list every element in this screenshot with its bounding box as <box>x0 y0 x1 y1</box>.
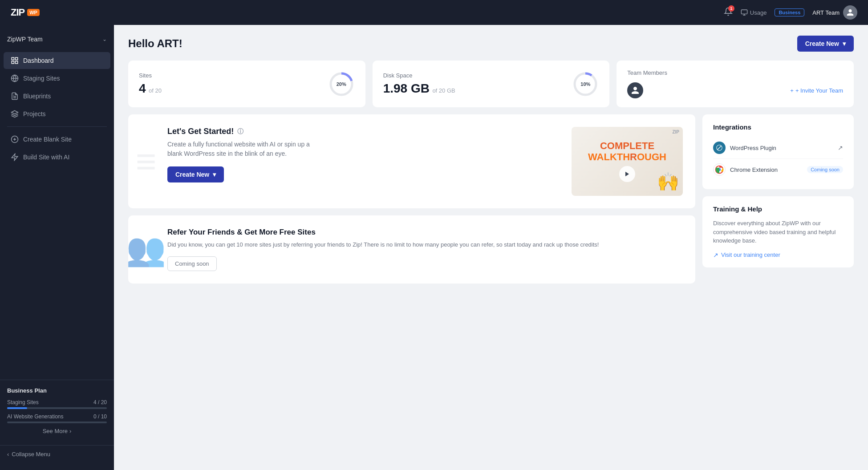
create-new-started-button[interactable]: Create New ▾ <box>167 166 224 182</box>
staging-sites-value: 4 / 20 <box>93 399 107 405</box>
refer-coming-soon-button: Coming soon <box>167 256 217 271</box>
sites-of: of 20 <box>149 87 162 94</box>
refer-decorative-icon: 👥 <box>128 231 166 268</box>
svg-rect-5 <box>16 61 18 64</box>
chevron-down-small-icon: ▾ <box>213 171 216 178</box>
svg-rect-3 <box>12 57 14 60</box>
diskspace-label: Disk Space <box>383 72 455 79</box>
video-inner: COMPLETE WALKTHROUGH <box>588 141 666 182</box>
chevron-down-icon: ▾ <box>843 40 846 47</box>
video-character-icon: 🙌 <box>657 171 679 192</box>
notification-badge: 1 <box>728 5 734 12</box>
refer-card: 👥 Refer Your Friends & Get More Free Sit… <box>128 215 695 284</box>
ai-generations-value: 0 / 10 <box>93 413 107 420</box>
sites-label: Sites <box>139 72 162 79</box>
training-description: Discover everything about ZipWP with our… <box>713 219 843 245</box>
ai-generations-label: AI Website Generations <box>7 413 64 420</box>
sidebar: ZipWP Team ⌄ Dashboard Staging Sites Blu… <box>0 25 114 470</box>
get-started-card: ≡ Let's Get Started! ⓘ Create a fully fu… <box>128 114 695 208</box>
topnav-right: 1 Usage Business ART Team <box>716 5 857 20</box>
workspace-chevron-icon: ⌄ <box>102 36 107 42</box>
started-title: Let's Get Started! ⓘ <box>167 127 561 136</box>
team-members-card: Team Members + + Invite Your Team <box>617 61 854 107</box>
sidebar-item-build-ai[interactable]: Build Site with AI <box>4 149 110 166</box>
sidebar-item-blueprints-label: Blueprints <box>23 93 51 100</box>
logo-badge: WP <box>27 9 40 16</box>
sites-stat-card: Sites 4 of 20 20% <box>128 61 365 107</box>
play-button[interactable] <box>619 166 635 182</box>
svg-rect-4 <box>16 57 18 60</box>
refer-decorative-bg: 👥 <box>128 215 164 284</box>
plus-icon: + <box>790 87 794 94</box>
external-link-small-icon: ↗ <box>713 251 718 259</box>
sidebar-item-blueprints[interactable]: Blueprints <box>4 88 110 105</box>
logo[interactable]: ZIP WP <box>11 7 40 18</box>
collapse-menu-button[interactable]: ‹ Collapse Menu <box>0 445 114 463</box>
external-link-icon[interactable]: ↗ <box>838 144 843 151</box>
sidebar-item-projects-label: Projects <box>23 110 46 118</box>
user-avatar[interactable] <box>843 5 857 20</box>
sidebar-bottom: Business Plan Staging Sites 4 / 20 AI We… <box>0 380 114 442</box>
stats-row: Sites 4 of 20 20% Disk Space 1.98 GB <box>128 61 854 107</box>
logo-text: ZIP <box>11 7 24 18</box>
staging-sites-usage-row: Staging Sites 4 / 20 <box>7 399 107 405</box>
integrations-title: Integrations <box>713 123 843 131</box>
sites-percent-label: 20% <box>337 81 346 87</box>
create-new-header-button[interactable]: Create New ▾ <box>797 36 854 52</box>
refer-title: Refer Your Friends & Get More Free Sites <box>167 228 683 237</box>
refer-description: Did you know, you can get 10 more sites … <box>167 240 683 249</box>
chrome-integration-row: Chrome Extension Coming soon <box>713 158 843 180</box>
chrome-extension-name: Chrome Extension <box>730 166 778 173</box>
page-title: Hello ART! <box>128 37 183 50</box>
chevron-left-icon: ‹ <box>7 451 9 458</box>
team-member-row: + + Invite Your Team <box>627 82 843 98</box>
invite-team-button[interactable]: + + Invite Your Team <box>790 87 843 94</box>
sidebar-item-projects[interactable]: Projects <box>4 105 110 122</box>
see-more-button[interactable]: See More › <box>7 428 107 434</box>
nav-divider <box>7 126 107 127</box>
sites-donut-chart: 20% <box>328 71 355 97</box>
staging-sites-progress-fill <box>7 407 27 409</box>
member-avatar <box>627 82 643 98</box>
chrome-icon <box>713 163 726 176</box>
right-cards: Integrations WordPress Plugin ↗ <box>702 114 854 284</box>
sidebar-item-dashboard-label: Dashboard <box>23 57 54 64</box>
svg-marker-10 <box>12 111 18 114</box>
video-thumbnail[interactable]: ZIP COMPLETE WALKTHROUGH 🙌 <box>572 127 683 196</box>
sites-value: 4 <box>139 81 146 95</box>
video-title: COMPLETE WALKTHROUGH <box>588 141 666 162</box>
sidebar-item-dashboard[interactable]: Dashboard <box>4 52 110 69</box>
chevron-right-icon: › <box>69 428 71 434</box>
staging-sites-label: Staging Sites <box>7 399 39 405</box>
svg-rect-6 <box>12 61 14 64</box>
started-decorative-bg: ≡ <box>128 114 164 208</box>
chrome-coming-soon-badge: Coming soon <box>807 166 843 173</box>
started-decorative-icon: ≡ <box>136 144 157 179</box>
training-card: Training & Help Discover everything abou… <box>702 196 854 267</box>
ai-generations-usage-row: AI Website Generations 0 / 10 <box>7 413 107 420</box>
diskspace-stat-card: Disk Space 1.98 GB of 20 GB 10% <box>373 61 610 107</box>
main-content: Hello ART! Create New ▾ Sites 4 of 20 <box>114 25 868 470</box>
team-name: ART Team <box>812 5 857 20</box>
staging-sites-progress-bar <box>7 407 107 409</box>
sidebar-item-staging[interactable]: Staging Sites <box>4 70 110 87</box>
wordpress-plugin-name: WordPress Plugin <box>730 145 776 151</box>
usage-link[interactable]: Usage <box>741 9 767 16</box>
svg-rect-2 <box>741 10 747 14</box>
topnav: ZIP WP 1 Usage Business ART Team <box>0 0 868 25</box>
info-icon[interactable]: ⓘ <box>237 128 243 136</box>
sidebar-item-create-blank-label: Create Blank Site <box>23 136 72 143</box>
ai-generations-progress-bar <box>7 421 107 423</box>
sidebar-item-create-blank[interactable]: Create Blank Site <box>4 131 110 148</box>
wordpress-icon <box>713 142 726 154</box>
page-header: Hello ART! Create New ▾ <box>128 36 854 52</box>
diskspace-value: 1.98 GB <box>383 81 430 95</box>
workspace-selector[interactable]: ZipWP Team ⌄ <box>0 32 114 46</box>
sidebar-item-build-ai-label: Build Site with AI <box>23 154 69 161</box>
sidebar-item-staging-label: Staging Sites <box>23 75 60 82</box>
training-center-link[interactable]: ↗ Visit our training center <box>713 251 843 259</box>
diskspace-percent-label: 10% <box>580 81 590 87</box>
workspace-name: ZipWP Team <box>7 36 43 43</box>
notification-icon[interactable]: 1 <box>724 7 733 18</box>
training-title: Training & Help <box>713 205 843 213</box>
